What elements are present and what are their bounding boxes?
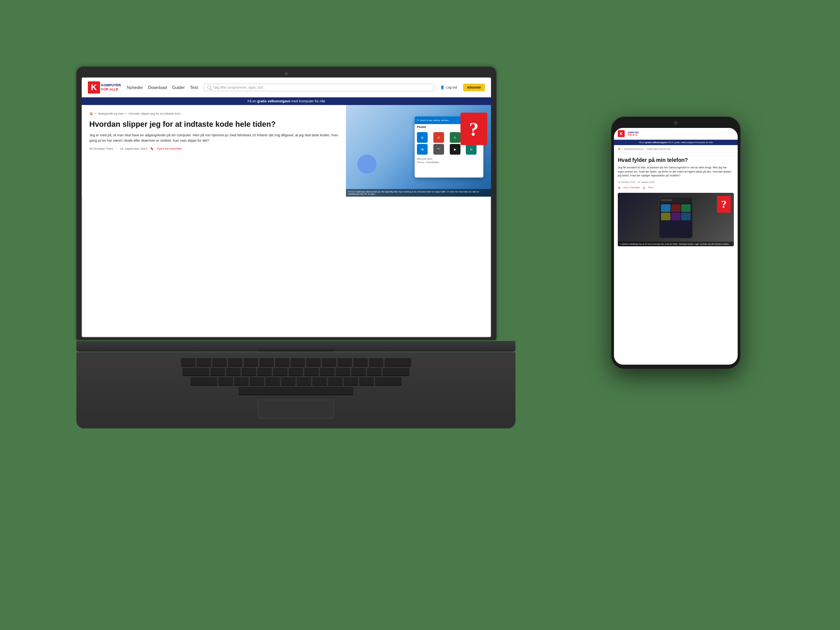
logo-k-letter: K	[88, 81, 100, 94]
nav-download[interactable]: Download	[148, 85, 167, 90]
key	[181, 358, 195, 367]
nav-test[interactable]: Test	[190, 85, 198, 90]
home-icon[interactable]: 🏠	[89, 112, 93, 115]
edge-icon: e	[417, 132, 428, 143]
key	[197, 358, 211, 367]
nav-nyheder[interactable]: Nyheder	[127, 85, 143, 90]
key	[351, 368, 366, 376]
laptop-lid: K KOMPUTER FOR ALLE Nyheder Download Gui…	[76, 67, 496, 340]
laptop-device: K KOMPUTER FOR ALLE Nyheder Download Gui…	[76, 67, 535, 428]
phone-bc-parent[interactable]: Spørgsmål og svar	[624, 148, 643, 150]
content-area: 🏠 > Spørgsmål og svar > Hvordan slipper …	[82, 105, 491, 197]
key	[304, 368, 319, 376]
key	[289, 368, 303, 376]
phone-author: Af Christian Trant	[618, 181, 635, 183]
phone-article-body: Jeg får konstant at vide, at pladsen på …	[618, 166, 734, 178]
phone-print-icon[interactable]: 🖨	[643, 186, 645, 189]
key	[226, 368, 241, 376]
decorative-hand	[357, 155, 376, 174]
login-button[interactable]: 👤 Log ind	[440, 86, 457, 89]
scene: K KOMPUTER FOR ALLE Nyheder Download Gui…	[76, 48, 764, 582]
key	[359, 377, 374, 386]
key	[250, 377, 264, 386]
nav-guider[interactable]: Guider	[172, 85, 185, 90]
key	[273, 368, 288, 376]
site-logo: K KOMPUTER FOR ALLE	[88, 81, 121, 94]
phone-article-title: Hvad fylder på min telefon?	[618, 157, 734, 163]
breadcrumb-parent[interactable]: Spørgsmål og svar	[98, 112, 124, 115]
subscribe-button[interactable]: Abonnér	[463, 84, 485, 91]
phone-bc-current: Hvad fylder på min tele...	[647, 148, 672, 150]
app-icon-7: ▶	[450, 144, 460, 155]
app-icon-2: O	[433, 132, 444, 143]
key	[336, 368, 350, 376]
laptop-base	[76, 341, 515, 352]
laptop-keyboard	[76, 352, 515, 428]
key	[281, 377, 296, 386]
key	[375, 377, 402, 386]
key	[183, 368, 209, 376]
website-laptop: K KOMPUTER FOR ALLE Nyheder Download Gui…	[82, 78, 491, 337]
key	[322, 358, 336, 367]
question-badge-phone: ?	[717, 196, 731, 213]
phone-banner-text: Få en gratis velkomstgave Komputer for A…	[668, 141, 713, 144]
article-meta: Af Christian Trant · 19. september 2023 …	[89, 147, 338, 150]
phone-save-label[interactable]: Gem i Favoritter	[624, 186, 640, 189]
key	[234, 377, 249, 386]
key	[191, 377, 217, 386]
phone-article: Hvad fylder på min telefon? Jeg får kons…	[614, 153, 738, 250]
breadcrumb-current: Hvordan slipper jeg for at indtaste kod.…	[128, 112, 182, 115]
keyboard-keys	[80, 356, 512, 397]
phone-bookmark-icon[interactable]: 🔖	[618, 186, 620, 189]
key	[353, 358, 368, 367]
phone-body: K KOMPUTER FOR ALLE Få en gratis velkoms…	[611, 116, 741, 369]
article-main: 🏠 > Spørgsmål og svar > Hvordan slipper …	[82, 105, 346, 197]
phone-home-icon[interactable]: 🏠	[618, 147, 620, 150]
phone-logo-k: K	[618, 130, 625, 137]
phone-image-caption: I mobilens indstillinger kan du få set e…	[618, 242, 734, 246]
search-placeholder: Søg efter programmer, apps, spil...	[213, 86, 266, 89]
key	[212, 358, 227, 367]
key	[367, 368, 381, 376]
trackpad[interactable]	[258, 400, 334, 419]
phone-logo-text: KOMPUTER FOR ALLE	[628, 131, 639, 136]
key	[384, 358, 411, 367]
key	[383, 368, 409, 376]
article-date: 19. september 2023	[120, 147, 147, 150]
key	[338, 358, 352, 367]
website-phone: K KOMPUTER FOR ALLE Få en gratis velkoms…	[614, 128, 738, 365]
key	[228, 358, 242, 367]
app-icon-3: X	[450, 132, 460, 143]
search-bar[interactable]: Søg efter programmer, apps, spil...	[204, 84, 434, 91]
phone-breadcrumb: 🏠 > Spørgsmål og svar > Hvad fylder på m…	[614, 145, 738, 153]
key	[344, 377, 358, 386]
key	[320, 368, 334, 376]
key	[297, 377, 311, 386]
bookmark-label[interactable]: Fjern fra Favoritter	[157, 147, 182, 150]
key	[259, 358, 274, 367]
key	[306, 358, 321, 367]
question-badge-laptop: ?	[460, 113, 487, 145]
photos-icon: 📷	[433, 144, 444, 155]
article-image-caption: For en stationær datamaskin gir det egen…	[346, 189, 491, 197]
laptop-camera	[285, 72, 288, 75]
spacebar	[239, 387, 353, 395]
bookmark-icon[interactable]: 🔖	[150, 147, 154, 150]
key	[275, 358, 289, 367]
site-navigation: Nyheder Download Guider Test	[127, 85, 198, 90]
phone-banner-bold: gratis velkomstgave	[645, 141, 667, 144]
key	[291, 358, 305, 367]
laptop-screen: K KOMPUTER FOR ALLE Nyheder Download Gui…	[82, 78, 491, 337]
phone-print-label[interactable]: Print	[648, 186, 653, 189]
article-image: 🔍 Search for app, settings, websites... …	[346, 105, 491, 197]
user-icon: 👤	[440, 86, 444, 89]
logo-text: KOMPUTER FOR ALLE	[101, 83, 121, 92]
promo-banner[interactable]: Få en gratis velkomstgave med Komputer f…	[82, 97, 491, 105]
phone-promo-banner[interactable]: Få en gratis velkomstgave Få en gratis v…	[614, 140, 738, 145]
win-search: 🔍 Search for app, settings, websites...	[417, 119, 450, 121]
key	[328, 377, 342, 386]
key	[369, 358, 383, 367]
phone-camera	[674, 121, 678, 125]
key	[244, 358, 258, 367]
phone-device: K KOMPUTER FOR ALLE Få en gratis velkoms…	[611, 116, 741, 369]
